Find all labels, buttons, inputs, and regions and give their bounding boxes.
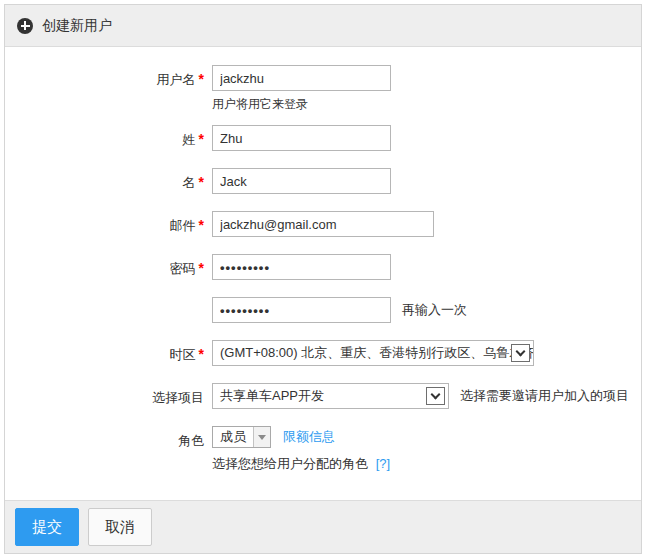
required-asterisk: * <box>199 131 204 147</box>
email-label: 邮件* <box>5 211 204 235</box>
username-input[interactable] <box>212 65 391 91</box>
firstname-row: 名* <box>5 168 641 194</box>
required-asterisk: * <box>199 71 204 87</box>
project-row: 选择项目 共享单车APP开发 选择需要邀请用户加入的项目 <box>5 383 641 409</box>
password-confirmation-hint: 再输入一次 <box>402 301 467 319</box>
dropdown-arrow-button <box>511 344 530 362</box>
plus-circle-icon <box>17 18 33 34</box>
project-hint: 选择需要邀请用户加入的项目 <box>460 387 629 405</box>
lastname-row: 姓* <box>5 125 641 151</box>
submit-button[interactable]: 提交 <box>15 508 79 546</box>
cancel-button[interactable]: 取消 <box>88 508 152 546</box>
page-title: 创建新用户 <box>42 17 112 35</box>
firstname-input[interactable] <box>212 168 391 194</box>
panel-header: 创建新用户 <box>5 5 641 47</box>
role-hint: 选择您想给用户分配的角色 <box>212 456 368 471</box>
timezone-row: 时区* (GMT+08:00) 北京、重庆、香港特别行政区、乌鲁木齐 <box>5 340 641 366</box>
password-confirmation-label-spacer <box>5 297 204 303</box>
password-input[interactable] <box>212 254 391 280</box>
lastname-input[interactable] <box>212 125 391 151</box>
role-help-link[interactable]: [?] <box>376 456 390 471</box>
dropdown-arrow-button <box>253 427 270 447</box>
timezone-selected-value: (GMT+08:00) 北京、重庆、香港特别行政区、乌鲁木齐 <box>220 344 534 362</box>
timezone-select[interactable]: (GMT+08:00) 北京、重庆、香港特别行政区、乌鲁木齐 <box>212 340 534 366</box>
username-hint: 用户将用它来登录 <box>212 96 391 113</box>
chevron-down-icon <box>431 390 441 400</box>
password-confirmation-row: 再输入一次 <box>5 297 641 323</box>
timezone-label: 时区* <box>5 340 204 364</box>
email-input[interactable] <box>212 211 434 237</box>
email-row: 邮件* <box>5 211 641 237</box>
role-row: 角色 成员 限额信息 选择您想给用户分配的角色 [?] <box>5 426 641 473</box>
form-footer: 提交 取消 <box>5 500 641 553</box>
required-asterisk: * <box>199 346 204 362</box>
lastname-label: 姓* <box>5 125 204 149</box>
create-user-form: 用户名* 用户将用它来登录 姓* 名* 邮件* <box>5 47 641 500</box>
create-user-panel: 创建新用户 用户名* 用户将用它来登录 姓* 名* 邮件* <box>4 4 642 554</box>
chevron-down-icon <box>516 347 526 357</box>
password-label: 密码* <box>5 254 204 278</box>
required-asterisk: * <box>199 260 204 276</box>
password-confirmation-input[interactable] <box>212 297 391 323</box>
role-selected-value: 成员 <box>213 427 253 447</box>
required-asterisk: * <box>199 217 204 233</box>
dropdown-arrow-button <box>426 387 445 405</box>
role-select[interactable]: 成员 <box>212 426 271 448</box>
project-label: 选择项目 <box>5 383 204 407</box>
project-select[interactable]: 共享单车APP开发 <box>212 383 449 409</box>
project-selected-value: 共享单车APP开发 <box>220 387 324 405</box>
username-row: 用户名* 用户将用它来登录 <box>5 65 641 113</box>
role-label: 角色 <box>5 426 204 450</box>
username-label: 用户名* <box>5 65 204 89</box>
required-asterisk: * <box>199 174 204 190</box>
quota-info-link[interactable]: 限额信息 <box>283 428 335 446</box>
firstname-label: 名* <box>5 168 204 192</box>
password-row: 密码* <box>5 254 641 280</box>
triangle-down-icon <box>258 435 266 440</box>
